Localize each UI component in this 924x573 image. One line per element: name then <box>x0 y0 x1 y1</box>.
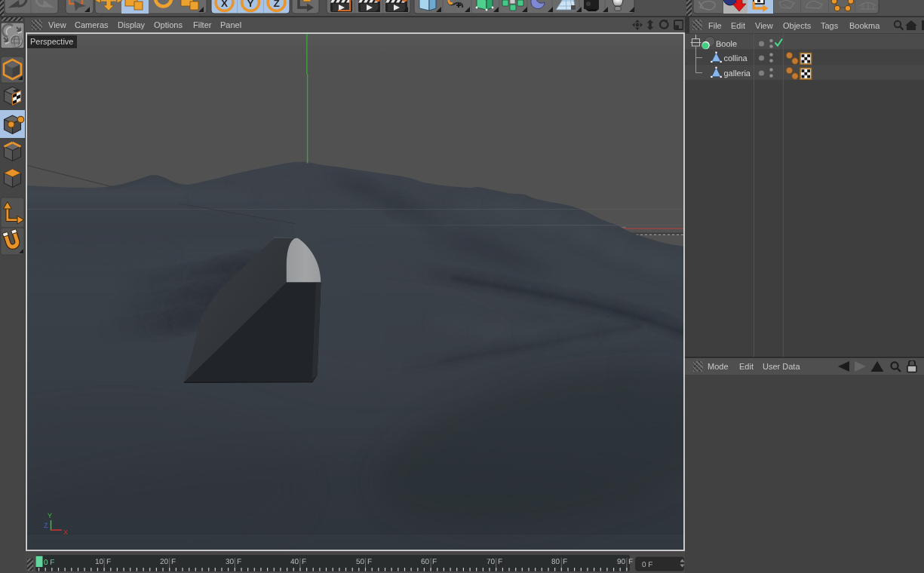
svg-text:70: 70 <box>487 558 496 566</box>
svg-text:X: X <box>63 529 68 536</box>
svg-text:F: F <box>498 558 502 566</box>
svg-text:20: 20 <box>160 558 169 566</box>
svg-text:Y: Y <box>247 0 253 9</box>
svg-text:0 F: 0 F <box>642 561 652 569</box>
svg-text:Z: Z <box>44 522 48 529</box>
svg-text:collina: collina <box>724 54 748 63</box>
svg-text:F: F <box>432 558 437 566</box>
svg-text:F: F <box>628 558 633 566</box>
svg-text:F: F <box>171 558 176 566</box>
svg-text:60: 60 <box>421 558 430 566</box>
svg-text:galleria: galleria <box>724 69 751 78</box>
svg-text:F: F <box>106 558 111 566</box>
svg-text:F: F <box>237 558 241 566</box>
svg-text:80: 80 <box>551 558 560 566</box>
svg-text:Y: Y <box>48 512 52 519</box>
svg-text:X: X <box>221 0 228 9</box>
svg-text:F: F <box>367 558 372 566</box>
svg-text:F: F <box>302 558 306 566</box>
svg-text:10: 10 <box>95 558 104 566</box>
svg-text:Boole: Boole <box>716 40 737 49</box>
svg-text:Z: Z <box>273 0 279 9</box>
svg-text:50: 50 <box>356 558 365 566</box>
svg-text:0 F: 0 F <box>44 559 54 567</box>
svg-text:90: 90 <box>617 558 626 566</box>
svg-text:30: 30 <box>226 558 235 566</box>
svg-text:F: F <box>563 558 567 566</box>
svg-text:40: 40 <box>290 558 299 566</box>
